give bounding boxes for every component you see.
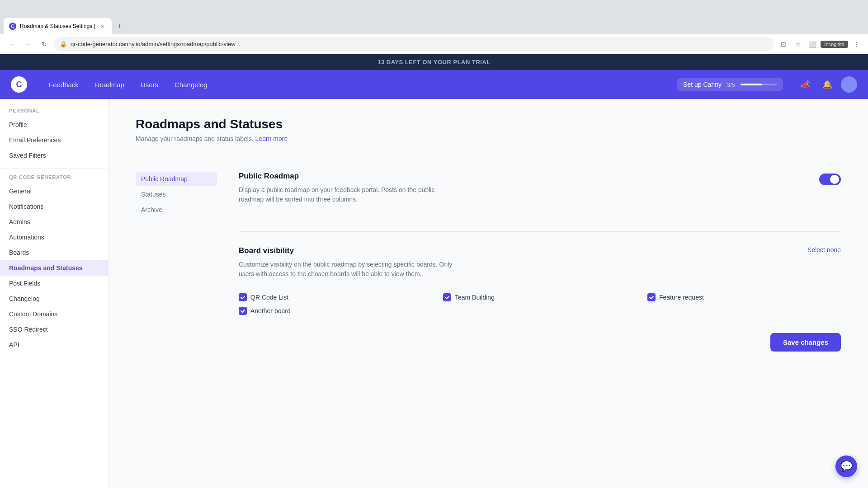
- public-roadmap-title: Public Roadmap: [239, 172, 456, 181]
- setup-bar-label: Set up Canny: [683, 81, 722, 88]
- save-button[interactable]: Save changes: [770, 333, 841, 352]
- checkboxes-grid: QR Code List Team Building: [239, 293, 841, 315]
- bookmark-icon[interactable]: ☆: [792, 38, 804, 51]
- setup-bar-track: [741, 84, 777, 85]
- close-tab-icon[interactable]: ✕: [99, 23, 106, 30]
- trial-banner-text: 13 DAYS LEFT ON YOUR PLAN TRIAL: [377, 59, 491, 66]
- browser-titlebar: [0, 0, 868, 18]
- right-col: Public Roadmap Display a public roadmap …: [239, 172, 841, 352]
- check-icon: [649, 295, 654, 300]
- toggle-thumb: [830, 175, 839, 184]
- trial-banner: 13 DAYS LEFT ON YOUR PLAN TRIAL: [0, 54, 868, 70]
- org-section-label: QR CODE GENERATOR: [0, 174, 108, 183]
- sub-nav-statuses[interactable]: Statuses: [136, 187, 217, 202]
- public-roadmap-desc: Display a public roadmap on your feedbac…: [239, 185, 456, 204]
- address-bar-text: qr-code-generator.canny.io/admin/setting…: [71, 41, 768, 47]
- app: 13 DAYS LEFT ON YOUR PLAN TRIAL C Feedba…: [0, 54, 868, 488]
- nav-link-feedback[interactable]: Feedback: [42, 77, 86, 92]
- nav-links: Feedback Roadmap Users Changelog: [42, 77, 662, 92]
- toolbar-actions: ⊡ ☆ ⬜ Incognito ⋮: [777, 38, 863, 51]
- board-visibility-section: Board visibility Customize visibility on…: [239, 246, 841, 315]
- check-icon: [444, 295, 450, 300]
- public-roadmap-toggle[interactable]: [819, 174, 841, 185]
- section-divider: [239, 231, 841, 232]
- sidebar: PERSONAL Profile Email Preferences Saved…: [0, 99, 108, 488]
- save-row: Save changes: [239, 333, 841, 352]
- tab-title: Roadmap & Statuses Settings |: [20, 23, 95, 29]
- main-layout: PERSONAL Profile Email Preferences Saved…: [0, 99, 868, 488]
- checkbox-qr-code-list[interactable]: [239, 293, 247, 301]
- page-title: Roadmaps and Statuses: [136, 117, 841, 131]
- select-none-button[interactable]: Select none: [807, 246, 841, 253]
- setup-bar[interactable]: Set up Canny 3/5: [677, 78, 783, 91]
- checkbox-label-qr-code-list: QR Code List: [250, 294, 288, 301]
- announce-icon[interactable]: 📣: [797, 76, 814, 93]
- top-nav: C Feedback Roadmap Users Changelog Set u…: [0, 70, 868, 99]
- checkbox-team-building[interactable]: [443, 293, 451, 301]
- check-icon: [240, 295, 245, 300]
- board-visibility-desc: Customize visibility on the public roadm…: [239, 260, 456, 279]
- setup-bar-progress: 3/5: [727, 81, 735, 88]
- toggle-row: Public Roadmap Display a public roadmap …: [239, 172, 841, 213]
- extensions-icon[interactable]: ⬜: [806, 38, 819, 51]
- checkbox-label-another-board: Another board: [250, 307, 291, 314]
- sidebar-item-api[interactable]: API: [0, 337, 108, 352]
- sub-nav-public-roadmap[interactable]: Public Roadmap: [136, 172, 217, 186]
- browser-toolbar: ← → ↻ 🔒 qr-code-generator.canny.io/admin…: [0, 34, 868, 54]
- public-roadmap-text: Public Roadmap Display a public roadmap …: [239, 172, 456, 213]
- setup-bar-fill: [741, 84, 762, 85]
- sidebar-item-custom-domains[interactable]: Custom Domains: [0, 306, 108, 322]
- sidebar-item-general[interactable]: General: [0, 183, 108, 199]
- forward-button[interactable]: →: [22, 38, 34, 51]
- sidebar-item-changelog[interactable]: Changelog: [0, 291, 108, 306]
- sidebar-divider: [0, 169, 108, 169]
- personal-section-label: PERSONAL: [0, 108, 108, 117]
- sidebar-item-profile[interactable]: Profile: [0, 117, 108, 132]
- checkbox-item-another-board: Another board: [239, 307, 432, 315]
- cast-icon[interactable]: ⊡: [777, 38, 790, 51]
- bell-icon[interactable]: 🔔: [819, 76, 835, 93]
- sidebar-item-boards[interactable]: Boards: [0, 245, 108, 260]
- sidebar-item-post-fields[interactable]: Post Fields: [0, 276, 108, 291]
- avatar[interactable]: [841, 76, 857, 93]
- tab-favicon: C: [9, 23, 16, 30]
- nav-link-roadmap[interactable]: Roadmap: [88, 77, 132, 92]
- incognito-badge: Incognito: [821, 41, 848, 48]
- sidebar-item-admins[interactable]: Admins: [0, 214, 108, 230]
- chat-bubble-button[interactable]: 💬: [835, 455, 857, 477]
- sidebar-item-automations[interactable]: Automations: [0, 230, 108, 245]
- browser-tab-bar: C Roadmap & Statuses Settings | ✕ +: [0, 18, 868, 34]
- checkbox-item-team-building: Team Building: [443, 293, 637, 301]
- public-roadmap-section: Public Roadmap Display a public roadmap …: [239, 172, 841, 213]
- new-tab-button[interactable]: +: [113, 22, 126, 30]
- checkbox-label-team-building: Team Building: [455, 294, 495, 301]
- sidebar-item-email-preferences[interactable]: Email Preferences: [0, 132, 108, 148]
- left-col: Public Roadmap Statuses Archive: [136, 172, 217, 352]
- learn-more-link[interactable]: Learn more: [255, 135, 288, 142]
- board-visibility-title: Board visibility: [239, 246, 456, 255]
- two-col-layout: Public Roadmap Statuses Archive Public R…: [136, 157, 841, 352]
- content-area: Roadmaps and Statuses Manage your roadma…: [108, 99, 868, 488]
- chat-icon: 💬: [840, 460, 853, 472]
- reload-button[interactable]: ↻: [38, 38, 51, 51]
- sidebar-item-saved-filters[interactable]: Saved Filters: [0, 148, 108, 163]
- browser-chrome: C Roadmap & Statuses Settings | ✕ + ← → …: [0, 0, 868, 54]
- checkbox-feature-request[interactable]: [647, 293, 656, 301]
- sidebar-item-notifications[interactable]: Notifications: [0, 199, 108, 214]
- sub-nav-archive[interactable]: Archive: [136, 202, 217, 217]
- logo[interactable]: C: [11, 76, 27, 93]
- sidebar-item-roadmaps[interactable]: Roadmaps and Statuses: [0, 260, 108, 276]
- checkbox-label-feature-request: Feature request: [659, 294, 704, 301]
- board-visibility-text: Board visibility Customize visibility on…: [239, 246, 456, 288]
- nav-link-users[interactable]: Users: [133, 77, 165, 92]
- menu-icon[interactable]: ⋮: [850, 38, 863, 51]
- back-button[interactable]: ←: [5, 38, 18, 51]
- browser-tab[interactable]: C Roadmap & Statuses Settings | ✕: [4, 18, 112, 34]
- page-subtitle-text: Manage your roadmaps and status labels.: [136, 135, 254, 142]
- nav-link-changelog[interactable]: Changelog: [167, 77, 215, 92]
- checkbox-another-board[interactable]: [239, 307, 247, 315]
- sidebar-item-sso-redirect[interactable]: SSO Redirect: [0, 322, 108, 337]
- address-bar[interactable]: 🔒 qr-code-generator.canny.io/admin/setti…: [54, 37, 774, 52]
- checkbox-item-qr-code-list: QR Code List: [239, 293, 432, 301]
- checkbox-item-feature-request: Feature request: [647, 293, 841, 301]
